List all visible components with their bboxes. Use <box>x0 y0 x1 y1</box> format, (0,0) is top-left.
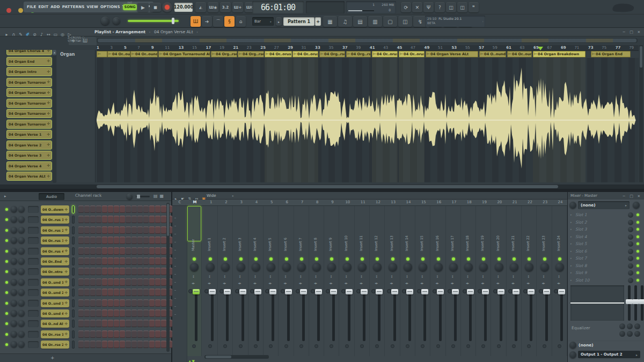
fader-handle[interactable] <box>346 289 353 294</box>
insert-menu-icon[interactable] <box>569 342 576 349</box>
step-button[interactable] <box>90 341 96 348</box>
channel-led[interactable] <box>5 333 8 336</box>
channel-display[interactable] <box>28 279 39 286</box>
mixer-panel-title-bar[interactable]: Mixer - Master ─□✕ <box>568 192 644 200</box>
step-button[interactable] <box>143 289 149 296</box>
close-windows-button[interactable]: ✕ <box>412 2 422 12</box>
step-button[interactable] <box>102 289 107 296</box>
plugin-slot[interactable]: ▸Slot 2 <box>568 219 644 226</box>
channel-led[interactable] <box>5 312 8 315</box>
step-button[interactable] <box>96 309 101 317</box>
eq-band-slider-high[interactable] <box>641 285 643 321</box>
timeline-bar-number[interactable]: 29 <box>288 46 293 50</box>
pan-knob[interactable] <box>11 289 17 295</box>
timeline-bar-number[interactable]: 13 <box>179 46 184 50</box>
pan-knob[interactable] <box>373 263 382 271</box>
timeline-bar-number[interactable]: 57 <box>479 46 484 50</box>
volume-knob[interactable] <box>18 248 25 254</box>
channel-button[interactable]: 04 Or..rse 2✛ <box>41 341 69 349</box>
mute-dot[interactable] <box>371 289 376 293</box>
maximize-button[interactable]: □ <box>628 28 634 36</box>
pan-knob[interactable] <box>11 227 17 233</box>
close-window-light[interactable] <box>6 8 11 13</box>
step-button[interactable] <box>102 257 107 265</box>
fader-handle[interactable] <box>437 289 444 294</box>
step-button[interactable] <box>102 216 107 223</box>
step-button[interactable] <box>155 205 160 213</box>
pan-knob[interactable] <box>282 263 291 271</box>
channel-button[interactable]: 04 Or..rus 4✛ <box>41 247 69 255</box>
timeline-bar-number[interactable]: 55 <box>465 46 470 50</box>
step-button[interactable] <box>114 278 119 286</box>
step-button[interactable] <box>155 289 160 296</box>
track-led[interactable] <box>391 257 394 261</box>
scroll-up-icon[interactable]: ▲ <box>53 50 56 55</box>
timeline-bar-number[interactable]: 47 <box>411 46 415 50</box>
add-pattern-button[interactable]: + <box>315 17 321 26</box>
step-button[interactable] <box>108 330 113 338</box>
mute-dot[interactable] <box>204 289 209 293</box>
slot-led[interactable] <box>636 257 639 260</box>
plugin-slot[interactable]: ▸Slot 7 <box>568 255 644 262</box>
multilink-controllers-button[interactable]: § <box>224 16 235 27</box>
step-button[interactable] <box>120 299 125 307</box>
step-button[interactable] <box>155 247 160 255</box>
channel-rack-button[interactable]: ▤ <box>353 16 367 27</box>
plugin-slot[interactable]: ▸Slot 3 <box>568 226 644 233</box>
step-button[interactable] <box>90 289 96 296</box>
slot-mix-knob[interactable] <box>628 263 633 269</box>
step-button[interactable] <box>108 299 113 307</box>
step-button[interactable] <box>108 341 113 348</box>
channel-led[interactable] <box>5 208 8 211</box>
step-button[interactable] <box>84 309 90 317</box>
step-button[interactable] <box>131 257 137 265</box>
plugin-slot[interactable]: ▸Slot 9 <box>568 269 644 277</box>
pan-knob[interactable] <box>343 263 352 271</box>
mixer-column-number[interactable]: 11 <box>355 200 370 204</box>
timeline-bar-number[interactable]: 73 <box>588 46 594 50</box>
step-button[interactable] <box>78 268 84 275</box>
step-button[interactable] <box>149 247 155 255</box>
mute-dot[interactable] <box>417 289 421 293</box>
step-button[interactable] <box>143 237 149 244</box>
step-button[interactable] <box>78 257 84 265</box>
step-button[interactable] <box>126 237 131 244</box>
volume-knob[interactable] <box>18 227 25 233</box>
step-button[interactable] <box>90 309 96 317</box>
step-button[interactable] <box>84 257 90 265</box>
step-button[interactable] <box>137 216 143 223</box>
volume-knob[interactable] <box>18 279 25 285</box>
volume-fader[interactable] <box>408 289 411 341</box>
fader-handle[interactable] <box>239 289 246 294</box>
stop-button[interactable]: ■ <box>150 3 161 12</box>
volume-knob[interactable] <box>18 310 25 316</box>
step-button[interactable] <box>108 226 113 234</box>
channel-button[interactable]: 04 Or..End✛ <box>41 257 69 265</box>
step-button[interactable] <box>78 320 84 327</box>
mixer-strip-insert[interactable]: Insert 17↕◂▸ <box>447 206 461 356</box>
step-button[interactable] <box>78 289 84 296</box>
mixer-strip-insert[interactable]: Insert 15↕◂▸ <box>416 206 430 356</box>
clip-list-scrollbar[interactable]: ▲ <box>53 50 56 183</box>
mute-dot[interactable] <box>356 289 361 293</box>
channel-button[interactable]: 04 O..und 3✛ <box>41 299 69 307</box>
channel-led[interactable] <box>5 270 8 273</box>
mixer-strip-insert[interactable]: Insert 4↕◂▸ <box>249 206 264 356</box>
volume-fader[interactable] <box>454 289 457 341</box>
playlist-vertical-scrollbar[interactable] <box>639 45 643 182</box>
plugin-menu-icon[interactable] <box>569 202 576 209</box>
mixer-column-number[interactable]: 9 <box>325 200 340 204</box>
mute-dot[interactable] <box>219 289 224 293</box>
step-button[interactable] <box>102 278 107 286</box>
track-led[interactable] <box>437 257 440 261</box>
plugin-slot[interactable]: ▸Slot 4 <box>568 233 644 241</box>
timeline-bar-number[interactable]: 31 <box>302 46 306 50</box>
minimize-button[interactable]: ─ <box>621 192 627 201</box>
mixer-strip-insert[interactable]: Insert 10↕◂▸ <box>340 206 355 356</box>
slot-led[interactable] <box>636 279 639 282</box>
step-button[interactable] <box>161 216 166 223</box>
step-button[interactable] <box>84 268 90 275</box>
save-button[interactable]: ◫ <box>446 2 456 12</box>
step-button[interactable] <box>78 299 84 307</box>
pan-knob[interactable] <box>11 248 17 254</box>
